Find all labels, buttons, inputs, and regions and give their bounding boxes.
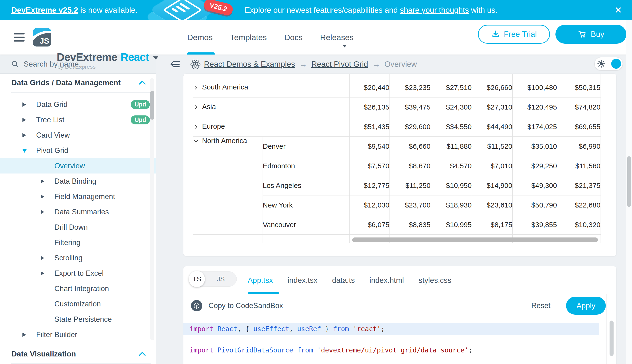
value-cell[interactable]: $10,320 (557, 215, 600, 234)
collapse-sidebar-icon[interactable] (168, 58, 182, 70)
language-toggle-js[interactable]: JS (205, 272, 237, 286)
sidebar-item-card-view[interactable]: Card View (0, 128, 156, 143)
sidebar-item-field-management[interactable]: Field Management (0, 189, 156, 204)
value-cell[interactable]: $50,790 (512, 195, 557, 215)
value-cell[interactable]: $8,835 (389, 215, 431, 234)
tab-index-tsx[interactable]: index.tsx (288, 276, 317, 285)
sidebar-item-data-binding[interactable]: Data Binding (0, 174, 156, 189)
value-cell[interactable]: $120,495 (512, 97, 557, 117)
value-cell[interactable]: $6,075 (349, 215, 389, 234)
value-cell[interactable]: $20,440 (349, 78, 389, 97)
page-scrollbar-track[interactable] (626, 20, 632, 364)
section-header-data-visualization[interactable]: Data Visualization (0, 346, 156, 361)
value-cell[interactable]: $7,010 (472, 156, 512, 176)
value-cell[interactable]: $69,655 (557, 117, 600, 136)
value-cell[interactable]: $51,435 (349, 117, 389, 136)
region-row-header[interactable]: Asia (193, 97, 349, 117)
value-cell[interactable]: $26,660 (472, 78, 512, 97)
value-cell[interactable]: $18,930 (431, 195, 472, 215)
city-row-header[interactable]: Edmonton (263, 156, 349, 176)
value-cell[interactable]: $50,315 (557, 78, 600, 97)
share-thoughts-link[interactable]: share your thoughts (400, 6, 469, 15)
apply-button[interactable]: Apply (566, 297, 606, 315)
sidebar-item-filtering[interactable]: Filtering (0, 235, 156, 250)
value-cell[interactable]: $34,550 (431, 117, 472, 136)
nav-item-releases[interactable]: Releases (320, 33, 354, 42)
value-cell[interactable]: $4,570 (431, 156, 472, 176)
sidebar-item-pivot-grid[interactable]: Pivot Grid (0, 143, 156, 158)
value-cell[interactable]: $27,310 (472, 97, 512, 117)
region-row-header[interactable]: Europe (193, 117, 349, 136)
language-toggle[interactable]: TS JS (189, 272, 237, 286)
value-cell[interactable]: $12,030 (349, 195, 389, 215)
tab-styles-css[interactable]: styles.css (418, 276, 452, 285)
value-cell[interactable]: $39,855 (512, 215, 557, 234)
value-cell[interactable]: $8,175 (472, 215, 512, 234)
breadcrumb-section-link[interactable]: React Pivot Grid (311, 60, 368, 69)
buy-button[interactable]: Buy (555, 25, 626, 44)
value-cell[interactable]: $49,300 (512, 176, 557, 195)
value-cell[interactable]: $174,025 (512, 117, 557, 136)
value-cell[interactable]: $10,995 (431, 215, 472, 234)
region-row-header-expanded[interactable]: North America (193, 136, 263, 234)
sidebar-item-data-grid[interactable]: Data GridUpd (0, 97, 156, 112)
value-cell[interactable]: $9,540 (349, 136, 389, 156)
sidebar-item-overview[interactable]: Overview (0, 158, 156, 174)
tab-data-ts[interactable]: data.ts (332, 276, 355, 285)
language-toggle-ts[interactable]: TS (189, 271, 205, 287)
tab-app-tsx[interactable]: App.tsx (248, 276, 273, 285)
value-cell[interactable]: $10,950 (431, 176, 472, 195)
value-cell[interactable]: $11,880 (431, 136, 472, 156)
value-cell[interactable]: $35,010 (512, 136, 557, 156)
value-cell[interactable]: $39,475 (389, 97, 431, 117)
value-cell[interactable]: $22,680 (557, 195, 600, 215)
value-cell[interactable]: $44,490 (472, 117, 512, 136)
city-row-header[interactable]: Los Angeles (263, 176, 349, 195)
nav-item-demos[interactable]: Demos (187, 33, 213, 42)
hamburger-menu-icon[interactable] (14, 33, 25, 42)
city-row-header[interactable]: Denver (263, 136, 349, 156)
sidebar-item-chart-integration[interactable]: Chart Integration (0, 281, 156, 296)
value-cell[interactable]: $27,510 (431, 78, 472, 97)
value-cell[interactable]: $7,570 (349, 156, 389, 176)
version-link[interactable]: DevExtreme v25.2 (11, 6, 78, 15)
sidebar-item-customization[interactable]: Customization (0, 296, 156, 312)
reset-button[interactable]: Reset (531, 302, 550, 310)
value-cell[interactable]: $11,520 (472, 136, 512, 156)
value-cell[interactable]: $6,660 (389, 136, 431, 156)
city-row-header[interactable]: Vancouver (263, 215, 349, 234)
value-cell[interactable]: $12,775 (349, 176, 389, 195)
value-cell[interactable]: $23,700 (389, 195, 431, 215)
platform-selector[interactable]: React (121, 51, 149, 63)
sidebar-item-export-to-excel[interactable]: Export to Excel (0, 266, 156, 281)
tab-index-html[interactable]: index.html (369, 276, 404, 285)
value-cell[interactable]: $11,560 (557, 156, 600, 176)
theme-toggle-knob[interactable] (611, 59, 621, 69)
nav-item-templates[interactable]: Templates (230, 33, 267, 42)
code-scrollbar-thumb[interactable] (609, 320, 613, 356)
value-cell[interactable]: $29,250 (512, 156, 557, 176)
sidebar-item-drill-down[interactable]: Drill Down (0, 220, 156, 235)
value-cell[interactable]: $24,300 (431, 97, 472, 117)
value-cell[interactable]: $26,135 (349, 97, 389, 117)
sidebar-item-scrolling[interactable]: Scrolling (0, 250, 156, 266)
copy-to-codesandbox-button[interactable]: Copy to CodeSandBox (208, 302, 283, 310)
free-trial-button[interactable]: Free Trial (478, 25, 550, 44)
value-cell[interactable]: $74,820 (557, 97, 600, 117)
value-cell[interactable]: $8,670 (389, 156, 431, 176)
theme-toggle[interactable] (595, 57, 622, 70)
sidebar-item-data-summaries[interactable]: Data Summaries (0, 204, 156, 220)
code-editor[interactable]: import React, { useEffect, useRef } from… (183, 317, 606, 364)
value-cell[interactable]: $11,250 (389, 176, 431, 195)
value-cell[interactable]: $23,235 (389, 78, 431, 97)
sidebar-item-filter-builder[interactable]: Filter Builder (0, 327, 156, 342)
sidebar-scrollbar-thumb[interactable] (150, 91, 154, 120)
city-row-header[interactable]: New York (263, 195, 349, 215)
value-cell[interactable]: $6,990 (557, 136, 600, 156)
close-icon[interactable]: ✕ (611, 0, 626, 20)
value-cell[interactable]: $21,375 (557, 176, 600, 195)
sidebar-item-state-persistence[interactable]: State Persistence (0, 312, 156, 327)
section-header-data-grids[interactable]: Data Grids / Data Management (0, 75, 156, 90)
nav-item-docs[interactable]: Docs (284, 33, 303, 42)
value-cell[interactable]: $14,900 (472, 176, 512, 195)
